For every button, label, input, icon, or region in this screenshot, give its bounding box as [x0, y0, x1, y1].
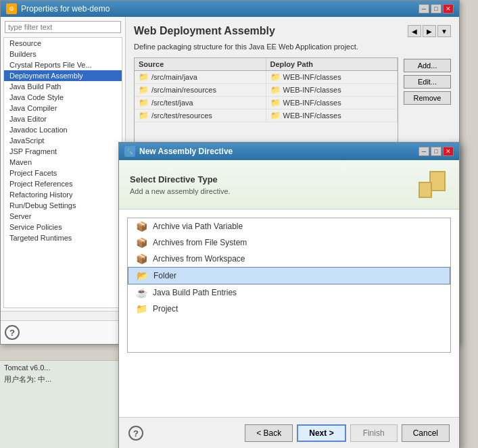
deploy-path-cell: 📁 WEB-INF/classes — [266, 97, 398, 109]
main-title: Web Deployment Assembly — [134, 25, 275, 37]
add-button[interactable]: Add... — [404, 59, 451, 72]
directive-icon — [419, 171, 446, 198]
dialog-help-button[interactable]: ? — [128, 426, 143, 441]
table-row[interactable]: 📁 /src/test/java 📁 WEB-INF/classes — [135, 97, 398, 109]
filter-box — [1, 17, 125, 37]
next-button[interactable]: Next > — [297, 424, 345, 442]
dialog-overlay: 🔧 New Assembly Directive ─ □ ✕ Select Di… — [118, 142, 460, 448]
tomcat-label: Tomcat v6.0... — [4, 364, 120, 372]
tomcat-user: 用户名为: 中... — [4, 374, 120, 384]
folder-icon: 📁 — [139, 85, 149, 95]
deploy-folder-icon: 📁 — [270, 111, 281, 120]
sidebar-item[interactable]: Java Editor — [4, 114, 122, 124]
sidebar-item[interactable]: Builders — [4, 49, 122, 59]
dialog-maximize-button[interactable]: □ — [431, 147, 441, 156]
back-button[interactable]: < Back — [245, 424, 293, 442]
nav-arrows: ◀ ▶ ▼ — [408, 25, 451, 37]
directive-item-icon: 📂 — [137, 270, 148, 281]
directive-item-icon: ☕ — [136, 287, 147, 298]
directive-item[interactable]: 📁 Project — [128, 301, 450, 317]
sidebar-item[interactable]: Maven — [4, 157, 122, 168]
deploy-path-cell: 📁 WEB-INF/classes — [266, 71, 398, 83]
deploy-folder-icon: 📁 — [270, 98, 281, 107]
sidebar-scrollbar[interactable] — [1, 311, 125, 320]
remove-button[interactable]: Remove — [404, 91, 451, 105]
nav-dropdown-button[interactable]: ▼ — [437, 25, 451, 37]
sidebar-item[interactable]: Project Facets — [4, 168, 122, 178]
sidebar-item[interactable]: Resource — [4, 38, 122, 49]
directive-item-icon: 📦 — [136, 221, 147, 232]
sidebar-item[interactable]: Run/Debug Settings — [4, 200, 122, 211]
directive-item-label: Archives from Workspace — [153, 254, 245, 264]
window-title: Properties for web-demo — [21, 4, 110, 14]
footer-buttons: < Back Next > Finish Cancel — [245, 424, 450, 442]
sidebar-item[interactable]: Deployment Assembly — [4, 70, 122, 81]
assembly-rows: 📁 /src/main/java 📁 WEB-INF/classes 📁 /sr… — [135, 71, 398, 122]
sidebar-bottom: ? — [1, 320, 125, 344]
directive-icon-box2 — [419, 182, 432, 198]
source-cell: 📁 /src/test/resources — [135, 109, 266, 122]
directive-item[interactable]: 📦 Archives from Workspace — [128, 251, 450, 267]
deploy-path-value: WEB-INF/classes — [283, 111, 341, 120]
dialog-header-text: Select Directive Type Add a new assembly… — [130, 174, 231, 195]
table-row[interactable]: 📁 /src/test/resources 📁 WEB-INF/classes — [135, 109, 398, 122]
source-header: Source — [135, 58, 266, 70]
sidebar-item[interactable]: Java Build Path — [4, 81, 122, 92]
sidebar-item[interactable]: Targeted Runtimes — [4, 232, 122, 243]
directive-item[interactable]: 📂 Folder — [128, 267, 450, 284]
deploy-folder-icon: 📁 — [270, 85, 281, 95]
directive-item[interactable]: 📦 Archive via Path Variable — [128, 218, 450, 234]
directive-list[interactable]: 📦 Archive via Path Variable 📦 Archives f… — [127, 218, 451, 353]
directive-item-icon: 📁 — [136, 303, 147, 314]
directive-item[interactable]: ☕ Java Build Path Entries — [128, 284, 450, 301]
dialog-title-bar: 🔧 New Assembly Directive ─ □ ✕ — [119, 143, 459, 160]
folder-icon: 📁 — [139, 111, 149, 120]
sidebar-item[interactable]: JSP Fragment — [4, 146, 122, 157]
deploy-path-value: WEB-INF/classes — [283, 99, 341, 107]
source-cell: 📁 /src/main/java — [135, 71, 266, 83]
dialog-title-icon: 🔧 — [124, 146, 135, 157]
main-header: Web Deployment Assembly ◀ ▶ ▼ — [134, 25, 451, 37]
dialog-minimize-button[interactable]: ─ — [419, 147, 429, 156]
table-row[interactable]: 📁 /src/main/java 📁 WEB-INF/classes — [135, 71, 398, 84]
sidebar-item[interactable]: JavaScript — [4, 135, 122, 146]
dialog-close-button[interactable]: ✕ — [443, 147, 454, 156]
nav-back-button[interactable]: ◀ — [408, 25, 421, 37]
cancel-button[interactable]: Cancel — [402, 424, 450, 442]
sidebar-list[interactable]: ResourceBuildersCrystal Reports File Ve.… — [3, 37, 122, 308]
dialog-header-icon — [416, 168, 448, 201]
main-description: Define packaging structure for this Java… — [134, 43, 451, 51]
source-value: /src/main/java — [151, 73, 197, 81]
filter-input[interactable] — [5, 21, 121, 33]
source-value: /src/main/resources — [151, 86, 216, 94]
sidebar-item[interactable]: Refactoring History — [4, 189, 122, 200]
close-button[interactable]: ✕ — [443, 4, 454, 14]
table-header: Source Deploy Path — [135, 58, 398, 71]
minimize-button[interactable]: ─ — [419, 4, 429, 14]
sidebar: ResourceBuildersCrystal Reports File Ve.… — [1, 17, 126, 344]
directive-item-icon: 📦 — [136, 237, 147, 248]
folder-icon: 📁 — [139, 98, 149, 107]
sidebar-item[interactable]: Service Policies — [4, 222, 122, 232]
dialog-footer: ? < Back Next > Finish Cancel — [119, 417, 459, 448]
table-row[interactable]: 📁 /src/main/resources 📁 WEB-INF/classes — [135, 84, 398, 97]
properties-title-bar: ⚙ Properties for web-demo ─ □ ✕ — [1, 1, 459, 17]
maximize-button[interactable]: □ — [431, 4, 441, 14]
nav-forward-button[interactable]: ▶ — [423, 25, 436, 37]
deploy-path-cell: 📁 WEB-INF/classes — [266, 84, 398, 96]
help-button[interactable]: ? — [5, 325, 20, 340]
deploy-path-value: WEB-INF/classes — [283, 86, 341, 94]
sidebar-item[interactable]: Java Compiler — [4, 103, 122, 114]
finish-button[interactable]: Finish — [350, 424, 398, 442]
sidebar-item[interactable]: Javadoc Location — [4, 124, 122, 135]
sidebar-item[interactable]: Crystal Reports File Ve... — [4, 59, 122, 70]
deploy-path-cell: 📁 WEB-INF/classes — [266, 109, 398, 122]
directive-item[interactable]: 📦 Archives from File System — [128, 234, 450, 251]
sidebar-item[interactable]: Java Code Style — [4, 92, 122, 103]
directive-item-icon: 📦 — [136, 253, 147, 264]
directive-item-label: Folder — [153, 271, 176, 280]
edit-button[interactable]: Edit... — [404, 75, 451, 89]
sidebar-item[interactable]: Project References — [4, 178, 122, 189]
source-cell: 📁 /src/test/java — [135, 97, 266, 109]
sidebar-item[interactable]: Server — [4, 211, 122, 222]
